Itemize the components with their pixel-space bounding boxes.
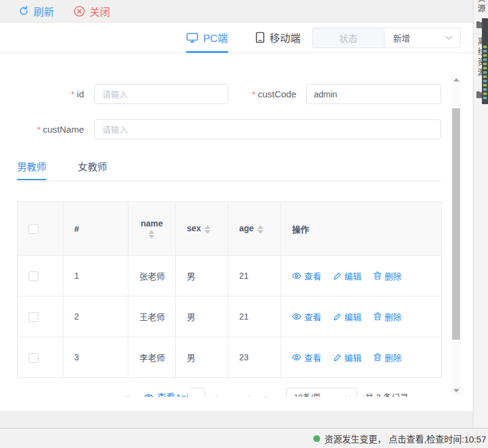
cell-age: 21 <box>228 256 281 296</box>
table-row: 2 王老师 男 21 查看 编辑 删除 <box>18 296 442 337</box>
total-records-text: 共 3 条记录 <box>365 388 409 397</box>
col-header-ops: 操作 <box>281 202 442 256</box>
close-circle-icon <box>74 5 85 17</box>
cell-sex: 男 <box>176 256 228 296</box>
refresh-icon <box>18 5 29 16</box>
select-all-checkbox[interactable] <box>29 224 38 234</box>
eye-icon <box>144 394 154 397</box>
chevron-down-icon <box>445 35 453 40</box>
app-window: 刷新 关闭 PC端 移动端 状态 新增 <box>0 0 488 448</box>
table-row: 1 张老师 男 21 查看 编辑 删除 <box>18 256 442 296</box>
eye-icon <box>292 313 301 320</box>
id-input[interactable] <box>94 84 228 104</box>
cell-name: 张老师 <box>128 256 176 296</box>
chevron-down-icon <box>345 396 351 397</box>
row-checkbox[interactable] <box>29 312 38 322</box>
tab-pc-label: PC端 <box>203 30 228 45</box>
trash-icon <box>374 353 382 362</box>
vertical-scrollbar[interactable] <box>451 75 461 396</box>
status-bar: 资源发生变更， 点击查看,检查时间:10:57 <box>0 428 488 448</box>
form-preview-panel: *id *custCode *custName 男教师 女教师 <box>0 54 473 411</box>
page-size-select[interactable]: 10条/页 <box>286 388 357 397</box>
scrollbar-thumb[interactable] <box>452 108 460 340</box>
required-asterisk: * <box>252 89 255 99</box>
active-tab-underline <box>17 179 46 180</box>
device-tab-bar: PC端 移动端 状态 新增 <box>0 23 473 53</box>
next-page-button[interactable]: › <box>248 388 251 397</box>
view-link[interactable]: 查看 <box>292 351 321 363</box>
first-page-button[interactable]: « <box>124 388 130 397</box>
status-select-value: 新增 <box>393 32 410 44</box>
status-message[interactable]: 资源发生变更， 点击查看,检查时间:10:57 <box>324 432 486 445</box>
pencil-icon <box>333 354 341 362</box>
edit-link[interactable]: 编辑 <box>333 351 361 363</box>
delete-link[interactable]: 删除 <box>374 270 402 282</box>
cell-age: 23 <box>228 337 281 378</box>
table-row: 3 李老师 男 23 查看 编辑 删除 <box>18 337 442 378</box>
custcode-input[interactable] <box>306 84 441 104</box>
monitor-icon <box>186 32 198 43</box>
sort-icon[interactable] <box>204 225 211 234</box>
cell-index: 2 <box>63 296 128 337</box>
field-label-custname: *custName <box>12 119 84 139</box>
delete-link[interactable]: 删除 <box>374 351 402 363</box>
tab-pc[interactable]: PC端 <box>186 23 228 52</box>
tab-male-teacher[interactable]: 男教师 <box>17 156 46 181</box>
trash-icon <box>374 271 382 280</box>
green-status-dot-icon <box>313 435 320 442</box>
minimap-scroll-strip[interactable] <box>482 18 488 104</box>
field-label-id: *id <box>22 84 84 104</box>
cell-name: 李老师 <box>128 337 176 378</box>
row-checkbox[interactable] <box>29 271 38 281</box>
required-asterisk: * <box>71 89 74 99</box>
status-select[interactable]: 新增 <box>384 27 461 48</box>
close-button[interactable]: 关闭 <box>74 4 110 19</box>
eye-icon <box>292 354 301 361</box>
prev-page-icon[interactable]: ‹ <box>214 388 217 397</box>
tab-mobile[interactable]: 移动端 <box>256 23 301 52</box>
mobile-phone-icon <box>256 32 265 43</box>
sort-icon[interactable] <box>148 230 155 239</box>
cell-index: 1 <box>63 256 128 296</box>
scroll-up-arrow-icon[interactable] <box>451 75 461 85</box>
cell-sex: 男 <box>176 296 228 337</box>
delete-link[interactable]: 删除 <box>374 310 402 323</box>
col-header-index: # <box>63 202 128 256</box>
active-tab-underline <box>186 51 228 53</box>
view-link[interactable]: 查看 <box>292 270 321 282</box>
col-header-sex[interactable]: sex <box>176 202 228 256</box>
teacher-table: # name sex age 操作 1 张老师 男 21 <box>17 201 442 378</box>
table-header-row: # name sex age 操作 <box>18 202 442 256</box>
minimap-change-marks <box>483 46 487 99</box>
status-addon-label: 状态 <box>312 27 384 48</box>
rail-item-label: 资源 <box>473 0 488 15</box>
scroll-viewport: *id *custCode *custName 男教师 女教师 <box>0 54 473 397</box>
refresh-button[interactable]: 刷新 <box>18 4 54 19</box>
cell-name: 王老师 <box>128 296 176 337</box>
bottom-gray-band <box>0 411 473 428</box>
page-size-value: 10条/页 <box>294 388 321 397</box>
tab-mobile-label: 移动端 <box>270 30 301 45</box>
status-widget: 状态 新增 <box>312 27 461 48</box>
col-header-age[interactable]: age <box>228 202 281 256</box>
refresh-label: 刷新 <box>33 4 54 19</box>
cell-age: 21 <box>228 296 281 337</box>
tab-female-teacher[interactable]: 女教师 <box>78 156 107 181</box>
last-page-button[interactable]: » <box>263 388 269 397</box>
required-asterisk: * <box>37 125 40 135</box>
cell-index: 3 <box>63 337 128 378</box>
teacher-tabs: 男教师 女教师 <box>17 156 441 181</box>
top-toolbar: 刷新 关闭 <box>0 0 473 23</box>
col-header-name[interactable]: name <box>128 202 176 256</box>
edit-link[interactable]: 编辑 <box>333 310 361 323</box>
row-checkbox[interactable] <box>29 353 38 363</box>
view-api-button[interactable]: 查看Api <box>141 388 191 397</box>
edit-link[interactable]: 编辑 <box>333 270 361 282</box>
sort-icon[interactable] <box>257 225 263 234</box>
scroll-down-arrow-icon[interactable] <box>451 386 461 396</box>
pencil-icon <box>333 313 341 321</box>
view-link[interactable]: 查看 <box>292 310 321 323</box>
custname-input[interactable] <box>94 119 441 139</box>
view-api-label: 查看Api <box>157 388 189 397</box>
close-label: 关闭 <box>89 4 110 19</box>
